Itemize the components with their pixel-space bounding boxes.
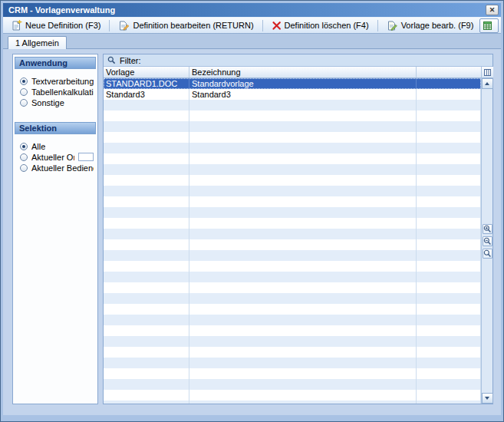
cell xyxy=(417,132,481,143)
table-row-empty[interactable] xyxy=(104,121,481,132)
vertical-scrollbar[interactable] xyxy=(481,67,492,404)
radio-option[interactable]: Tabellenkalkulation xyxy=(20,87,94,97)
scroll-up-button[interactable] xyxy=(482,78,493,89)
table-row-empty[interactable] xyxy=(104,250,481,261)
group-header-anwendung: Anwendung xyxy=(15,57,96,69)
toolbar-button-label: Vorlage bearb. (F9) xyxy=(401,21,474,30)
cell xyxy=(189,100,417,110)
radio-option[interactable]: Sonstige xyxy=(20,97,94,107)
table-row-empty[interactable] xyxy=(104,218,481,229)
cell xyxy=(417,143,481,153)
radio-button-icon[interactable] xyxy=(20,164,28,172)
close-button[interactable]: ✕ xyxy=(486,5,499,15)
table-row-empty[interactable] xyxy=(104,196,481,207)
cell xyxy=(417,100,481,110)
delete-definition-button[interactable]: Definition löschen (F4) xyxy=(267,18,374,33)
grid-body: STANDARD1.DOCStandardvorlageStandard3Sta… xyxy=(104,78,481,404)
anwendung-options: TextverarbeitungTabellenkalkulationSonst… xyxy=(15,69,96,111)
column-chooser-icon xyxy=(484,69,491,76)
table-row-empty[interactable] xyxy=(104,110,481,121)
zoom-in-button[interactable] xyxy=(483,224,492,234)
table-row-empty[interactable] xyxy=(104,401,481,404)
cell xyxy=(417,89,481,100)
find-button[interactable] xyxy=(483,249,492,259)
radio-button-icon[interactable] xyxy=(20,153,28,161)
new-definition-button[interactable]: Neue Definition (F3) xyxy=(6,18,105,33)
grid-main: Vorlage Bezeichnung STANDARD1.DOCStandar… xyxy=(104,67,492,404)
cell xyxy=(417,239,481,250)
table-row-empty[interactable] xyxy=(104,368,481,379)
radio-button-icon[interactable] xyxy=(20,99,28,107)
tab-strip: 1 Allgemein xyxy=(3,34,501,49)
edit-definition-button[interactable]: Definition bearbeiten (RETURN) xyxy=(114,18,258,33)
cell xyxy=(104,196,189,207)
tab-allgemein[interactable]: 1 Allgemein xyxy=(8,36,67,49)
zoom-out-button[interactable] xyxy=(483,236,492,246)
edit-definition-icon xyxy=(118,20,130,31)
radio-button-icon[interactable] xyxy=(20,88,28,96)
table-row-empty[interactable] xyxy=(104,304,481,315)
table-row-empty[interactable] xyxy=(104,261,481,272)
cell xyxy=(189,196,417,207)
table-row-empty[interactable] xyxy=(104,153,481,164)
radio-label: Textverarbeitung xyxy=(31,77,94,86)
cell xyxy=(417,121,481,132)
table-row-empty[interactable] xyxy=(104,358,481,368)
table-row[interactable]: Standard3Standard3 xyxy=(104,89,481,100)
table-row-empty[interactable] xyxy=(104,207,481,218)
cell xyxy=(104,100,189,110)
cell xyxy=(104,207,189,218)
table-row-empty[interactable] xyxy=(104,229,481,239)
grid-content: Vorlage Bezeichnung STANDARD1.DOCStandar… xyxy=(104,67,481,404)
radio-button-icon[interactable] xyxy=(20,143,28,150)
cell xyxy=(417,175,481,186)
titlebar[interactable]: CRM - Vorlagenverwaltung ✕ xyxy=(3,3,501,17)
spreadsheet-button[interactable] xyxy=(479,18,499,33)
cell: Standard3 xyxy=(189,89,417,100)
table-row-empty[interactable] xyxy=(104,347,481,358)
cell xyxy=(417,218,481,229)
grid-header: Vorlage Bezeichnung xyxy=(104,67,481,78)
column-chooser-button[interactable] xyxy=(482,67,493,78)
table-row-empty[interactable] xyxy=(104,315,481,325)
radio-label: Tabellenkalkulation xyxy=(31,87,94,97)
table-row-empty[interactable] xyxy=(104,239,481,250)
radio-option[interactable]: Aktueller Bediener xyxy=(20,163,94,173)
spreadsheet-icon xyxy=(483,21,492,31)
cell xyxy=(104,218,189,229)
radio-option[interactable]: Alle xyxy=(20,141,94,151)
table-row-empty[interactable] xyxy=(104,325,481,336)
column-header-vorlage[interactable]: Vorlage xyxy=(104,67,189,77)
table-row-empty[interactable] xyxy=(104,390,481,401)
edit-template-icon xyxy=(387,20,398,31)
table-row-empty[interactable] xyxy=(104,100,481,110)
table-row-empty[interactable] xyxy=(104,293,481,304)
radio-label: Aktueller Ordner xyxy=(31,153,74,162)
filter-row[interactable]: Filter: xyxy=(104,54,492,67)
table-row-empty[interactable] xyxy=(104,272,481,282)
table-row-empty[interactable] xyxy=(104,164,481,175)
column-header-bezeichnung[interactable]: Bezeichnung xyxy=(189,67,417,77)
radio-button-icon[interactable] xyxy=(20,77,28,85)
table-row-empty[interactable] xyxy=(104,132,481,143)
cell xyxy=(417,401,481,404)
table-row-empty[interactable] xyxy=(104,186,481,196)
scroll-down-button[interactable] xyxy=(482,393,493,404)
table-row-empty[interactable] xyxy=(104,336,481,347)
table-row[interactable]: STANDARD1.DOCStandardvorlage xyxy=(104,78,481,89)
table-row-empty[interactable] xyxy=(104,282,481,293)
column-header-extra[interactable] xyxy=(417,67,481,77)
radio-option[interactable]: Aktueller Ordner xyxy=(20,152,94,162)
edit-template-button[interactable]: Vorlage bearb. (F9) xyxy=(382,18,479,33)
radio-option[interactable]: Textverarbeitung xyxy=(20,76,94,86)
cell xyxy=(189,121,417,132)
cell xyxy=(417,347,481,358)
cell xyxy=(189,153,417,164)
table-row-empty[interactable] xyxy=(104,175,481,186)
current-folder-field[interactable] xyxy=(78,153,94,161)
group-header-selektion: Selektion xyxy=(15,122,96,134)
cell xyxy=(417,336,481,347)
table-row-empty[interactable] xyxy=(104,379,481,390)
scrollbar-track[interactable] xyxy=(482,89,493,393)
table-row-empty[interactable] xyxy=(104,143,481,153)
